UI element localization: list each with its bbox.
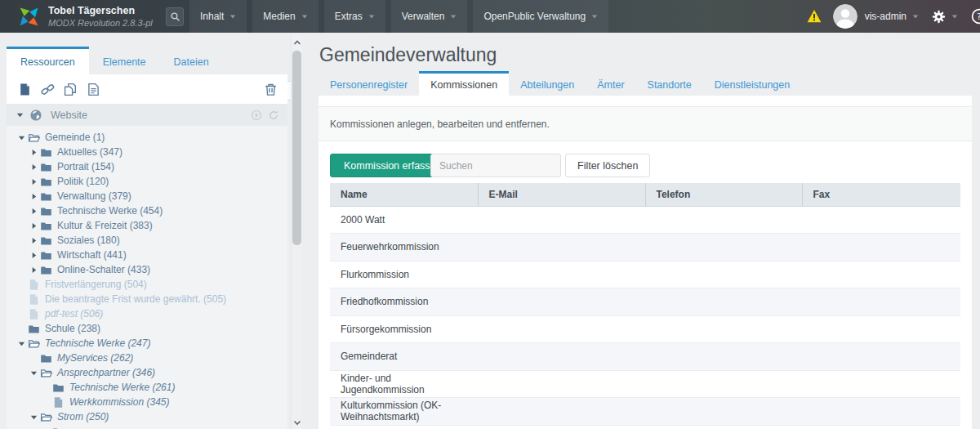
tab-abteilungen[interactable]: Abteilungen [509, 71, 586, 96]
sidebar-tab-ressourcen[interactable]: Ressourcen [7, 47, 89, 74]
caret-right-icon[interactable] [30, 193, 40, 200]
tab-personenregister[interactable]: Personenregister [318, 71, 419, 96]
tab-dienstleistungen[interactable]: Dienstleistungen [703, 71, 801, 96]
tree-item-die-beantragte-frist-wurde-gewährt-505[interactable]: Die beantragte Frist wurde gewährt. (505… [7, 292, 287, 306]
caret-right-icon[interactable] [30, 237, 40, 244]
caret-right-icon[interactable] [30, 266, 40, 274]
topbar: Tobel Tägerschen MODX Revolution 2.8.3-p… [0, 0, 980, 33]
user-menu[interactable]: vis-admin [865, 11, 906, 22]
table-row-feuerwehrkommission[interactable]: Feuerwehrkommission [330, 234, 960, 261]
folder-icon [52, 426, 65, 429]
settings-chevron-down-icon[interactable] [951, 13, 958, 20]
help-icon[interactable]: ? [971, 8, 980, 25]
menu-extras[interactable]: Extras [324, 0, 385, 33]
warning-icon[interactable] [807, 9, 822, 24]
caret-right-icon[interactable] [30, 252, 40, 259]
table-body: 2000 WattFeuerwehrkommissionFlurkommissi… [330, 206, 960, 429]
table-row-kulturkommission-ok-weihnachtsmarkt[interactable]: Kulturkommission (OK-Weihnachtsmarkt) [330, 398, 960, 426]
folder-icon [40, 190, 52, 202]
clear-filter-button[interactable]: Filter löschen [565, 154, 650, 177]
topbar-right: vis-admin ? [807, 0, 980, 33]
folder-icon [40, 220, 52, 231]
search-button[interactable] [166, 7, 184, 26]
tab-standorte[interactable]: Standorte [636, 71, 703, 96]
scroll-down-icon[interactable] [293, 418, 301, 427]
empty-trash-icon[interactable] [264, 83, 278, 96]
menu-openpublic-verwaltung[interactable]: OpenPublic Verwaltung [473, 0, 608, 33]
scroll-up-icon[interactable] [293, 38, 301, 47]
tree-item-strom-250[interactable]: Strom (250) [7, 409, 287, 424]
add-icon[interactable] [251, 109, 262, 121]
cell-telefon [645, 261, 802, 288]
avatar[interactable] [833, 4, 858, 29]
user-chevron-down-icon[interactable] [912, 13, 919, 20]
sidebar-tab-elemente[interactable]: Elemente [89, 47, 160, 74]
tree-item-politik-120[interactable]: Politik (120) [7, 174, 287, 189]
tree-item-label: Soziales (180) [57, 235, 120, 246]
cell-fax [802, 234, 960, 261]
column-header-telefon[interactable]: Telefon [645, 183, 802, 206]
tree-item-werkkommission-345[interactable]: Werkkommission (345) [7, 395, 287, 409]
tree-item-kultur-freizeit-383[interactable]: Kultur & Freizeit (383) [7, 218, 287, 233]
table-row-fürsorgekommission[interactable]: Fürsorgekommission [330, 315, 960, 343]
tree-item-wirtschaft-441[interactable]: Wirtschaft (441) [7, 248, 287, 262]
caret-right-icon[interactable] [30, 222, 40, 230]
caret-down-icon[interactable] [30, 369, 40, 377]
tab-kommissionen[interactable]: Kommissionen [419, 71, 509, 96]
tree-item-verwaltung-379[interactable]: Verwaltung (379) [7, 189, 287, 203]
folder-open-icon [28, 337, 40, 349]
menu-verwalten[interactable]: Verwalten [391, 0, 468, 33]
caret-right-icon[interactable] [30, 178, 40, 185]
cell-telefon [645, 398, 802, 426]
menu-inhalt[interactable]: Inhalt [189, 0, 247, 33]
table-row-gemeinderat[interactable]: Gemeinderat [330, 343, 960, 371]
menu-medien[interactable]: Medien [252, 0, 318, 33]
table-row-flurkommission[interactable]: Flurkommission [330, 261, 960, 288]
column-header-name[interactable]: Name [330, 183, 478, 206]
sidebar-scrollbar[interactable] [291, 36, 302, 429]
caret-right-icon[interactable] [30, 149, 40, 156]
search-input[interactable] [430, 154, 561, 177]
caret-right-icon[interactable] [30, 208, 40, 215]
caret-down-icon[interactable] [30, 413, 40, 421]
table-row-2000-watt[interactable]: 2000 Watt [330, 206, 960, 234]
tree-item-technische-werke-261[interactable]: Technische Werke (261) [7, 380, 287, 395]
new-document-icon[interactable] [18, 83, 32, 96]
caret-down-icon[interactable] [18, 134, 28, 141]
sidebar-tab-dateien[interactable]: Dateien [160, 47, 223, 74]
folder-icon [40, 235, 52, 246]
tree-item-ansprechpartner-346[interactable]: Ansprechpartner (346) [7, 365, 287, 380]
tree-root-website[interactable]: Website [7, 104, 287, 126]
tree-item-gemeinde-1[interactable]: Gemeinde (1) [7, 130, 287, 145]
table-row-friedhofkommission[interactable]: Friedhofkommission [330, 288, 960, 316]
caret-right-icon[interactable] [30, 163, 40, 171]
tree-item-technische-werke-454[interactable]: Technische Werke (454) [7, 203, 287, 218]
column-header-fax[interactable]: Fax [802, 183, 960, 206]
tree-item-fristverlängerung-504[interactable]: Fristverlängerung (504) [7, 277, 287, 292]
tree-item-technische-werke-247[interactable]: Technische Werke (247) [7, 336, 287, 351]
tree-item-online-schalter-433[interactable]: Online-Schalter (433) [7, 262, 287, 277]
tree-item-soziales-180[interactable]: Soziales (180) [7, 233, 287, 248]
tree-item-label: Technische Werke (247) [45, 337, 150, 349]
caret-down-icon[interactable] [16, 111, 24, 118]
caret-down-icon[interactable] [18, 340, 28, 347]
tab-ämter[interactable]: Ämter [586, 71, 635, 96]
refresh-icon[interactable] [268, 109, 279, 121]
tree-item-portrait-154[interactable]: Portrait (154) [7, 159, 287, 174]
tree-item-label: Kultur & Freizeit (383) [57, 220, 153, 231]
new-static-resource-icon[interactable] [87, 83, 100, 96]
modx-logo[interactable]: Tobel Tägerschen MODX Revolution 2.8.3-p… [18, 5, 153, 29]
document-icon [52, 396, 65, 408]
scrollbar-thumb[interactable] [292, 51, 301, 245]
settings-icon[interactable] [932, 10, 946, 24]
duplicate-icon[interactable] [64, 83, 78, 96]
tree-item-partial[interactable] [7, 424, 287, 429]
tree-item-pdf-test-506[interactable]: pdf-test (506) [7, 306, 287, 321]
tree-item-aktuelles-347[interactable]: Aktuelles (347) [7, 145, 287, 159]
column-header-e-mail[interactable]: E-Mail [478, 183, 645, 206]
tree-item-schule-238[interactable]: Schule (238) [7, 321, 287, 336]
tree-item-myservices-262[interactable]: MyServices (262) [7, 351, 287, 365]
table-row-kinder-und-jugendkommission[interactable]: Kinder- und Jugendkommission [330, 370, 960, 398]
chevron-down-icon [301, 13, 308, 20]
new-weblink-icon[interactable] [41, 83, 55, 96]
